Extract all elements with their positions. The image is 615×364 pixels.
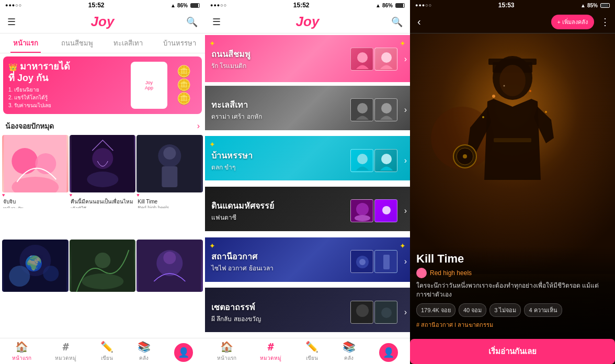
library-icon-1: 📚 — [138, 340, 151, 353]
signal-dots-3: ●●●○○ — [415, 3, 432, 8]
story-title: Kill Time — [416, 252, 609, 266]
cat-drama[interactable]: ทะเลสีเทา ดราม่า เศร้า อกหัก › — [205, 86, 410, 134]
signal-dots: ●●●○○ — [5, 3, 22, 8]
svg-point-41 — [359, 259, 366, 265]
cat-text-comedy: บ้านหรรษา ตลก ขำๆ — [211, 149, 253, 172]
cat-images-fantasy — [350, 199, 397, 222]
nav-profile-2[interactable]: 👤 — [379, 343, 398, 360]
cat-arrow-comedy: › — [404, 156, 407, 165]
svg-rect-9 — [162, 166, 178, 187]
svg-point-31 — [357, 154, 368, 164]
tab-home[interactable]: หน้าแรก — [0, 33, 51, 53]
header-2: ☰ Joy 🔍 — [205, 10, 410, 33]
section-arrow[interactable]: › — [197, 121, 200, 131]
app-title-2: Joy — [296, 14, 320, 30]
tab-fun[interactable]: บ้านหรรษา — [154, 33, 205, 53]
section-title: น้องจอยปักหมุด — [5, 120, 54, 132]
status-bar-1: ●●●○○ 15:52 ▲ 86% — [0, 0, 205, 10]
time-2: 15:52 — [293, 2, 310, 9]
search-icon-1[interactable]: 🔍 — [186, 16, 198, 28]
cat-comedy[interactable]: ✦ บ้านหรรษา ตลก ขำๆ › — [205, 136, 410, 185]
stat-notjom: 3 ไม่จอม — [489, 303, 521, 317]
menu-icon[interactable]: ☰ — [7, 16, 16, 28]
grid-caption-3: Kill Time — [136, 199, 203, 205]
cat-images-drama — [350, 98, 397, 121]
nav-write-1[interactable]: ✏️ เขียน — [100, 340, 113, 362]
tab-gray[interactable]: ทะเลสีเทา — [102, 33, 154, 53]
write-icon-2: ✏️ — [305, 340, 318, 353]
grid-stat-2: ♥ 234,913 — [70, 192, 136, 198]
status-bar-2: ●●●○○ 15:52 ▲ 86% — [205, 0, 410, 10]
nav-category-1[interactable]: # หมวดหมู่ — [55, 340, 76, 362]
nav-library-1[interactable]: 📚 คลัง — [138, 340, 151, 362]
search-icon-2[interactable]: 🔍 — [391, 16, 403, 28]
svg-point-2 — [12, 148, 38, 174]
svg-point-63 — [504, 85, 505, 87]
cat-title-scifi: สถานีอวกาศ — [211, 250, 274, 263]
grid-item-1[interactable]: ♥ 41,812 จับจิบ หญิงจะกัน — [2, 135, 69, 208]
cat-title-ghost: เซตอาถรรพ์ — [211, 301, 261, 314]
svg-point-5 — [92, 148, 113, 169]
svg-point-29 — [381, 103, 392, 113]
nav-home-1[interactable]: 🏠 หน้าแรก — [12, 340, 31, 362]
nav-home-2[interactable]: 🏠 หน้าแรก — [217, 340, 236, 362]
cat-scifi[interactable]: ✦ ✦ สถานีอวกาศ ไซไฟ อวกาศ ย้อนเวลา › — [205, 237, 410, 286]
header-3: ‹ + เพิ่มลงคลัง ⋮ — [410, 10, 615, 33]
tab-pink[interactable]: ถนนสีชมพู — [51, 33, 102, 53]
sparkle-1: ✦ — [209, 39, 215, 48]
panel-categories: ●●●○○ 15:52 ▲ 86% ☰ Joy 🔍 ✦ ✦ ถนนสีชมพู … — [205, 0, 410, 364]
cat-arrow-fantasy: › — [404, 206, 407, 215]
nav-library-2[interactable]: 📚 คลัง — [343, 340, 356, 362]
svg-point-17 — [82, 274, 123, 289]
cat-romance[interactable]: ✦ ✦ ถนนสีชมพู รัก โรแมนติก › — [205, 35, 410, 84]
location-icon-2: ▲ — [375, 3, 381, 8]
cat-sub-comedy: ตลก ขำๆ — [211, 162, 253, 172]
cat-text-drama: ทะเลสีเทา ดราม่า เศร้า อกหัก — [211, 98, 262, 121]
svg-point-14 — [43, 266, 59, 281]
battery-3: 85% — [587, 3, 598, 8]
menu-icon-2[interactable]: ☰ — [212, 16, 221, 28]
grid-item-5[interactable] — [70, 240, 136, 308]
section-header: น้องจอยปักหมุด › — [0, 117, 205, 135]
nav-lib-label-2: คลัง — [344, 354, 354, 362]
svg-point-27 — [357, 103, 368, 113]
cat-sub-romance: รัก โรแมนติก — [211, 61, 250, 71]
svg-point-54 — [499, 65, 526, 96]
grid-caption-2: คืนนี้มีคนนอนเป็นเพื่อนไหม — [70, 199, 136, 205]
read-button[interactable]: เริ่มอ่านกันเลย — [410, 339, 615, 364]
battery-icon-2 — [395, 3, 405, 8]
nav-cat-label-2: หมวดหมู่ — [260, 354, 281, 362]
svg-point-45 — [356, 304, 369, 317]
more-icon-3[interactable]: ⋮ — [600, 16, 610, 28]
promo-steps: 1. เขียนนิยาย 2. แชร์ให้โลกได้รู้ 3. รับ… — [8, 86, 128, 109]
story-author: Red high heels — [416, 268, 609, 278]
grid-item-4[interactable]: 🌍 — [2, 240, 69, 308]
add-to-library-button[interactable]: + เพิ่มลงคลัง — [551, 15, 594, 29]
grid-item-3[interactable]: ♥ 40,036 Kill Time Red high heels — [136, 135, 203, 208]
nav-write-2[interactable]: ✏️ เขียน — [305, 340, 318, 362]
location-icon: ▲ — [170, 3, 176, 8]
library-icon-2: 📚 — [343, 340, 356, 353]
cat-fantasy[interactable]: ดินแดนมหัศจรรย์ แฟนตาซี › — [205, 187, 410, 235]
battery-area-1: ▲ 86% — [170, 3, 200, 8]
promo-banner[interactable]: 👑 มาหารายได้ที่ Joy กัน 1. เขียนนิยาย 2.… — [3, 56, 202, 114]
svg-point-25 — [381, 52, 392, 63]
back-icon-3[interactable]: ‹ — [417, 16, 421, 28]
grid-stat-1: ♥ 41,812 — [2, 192, 69, 198]
status-bar-3: ●●●○○ 15:53 ▲ 85% — [410, 0, 615, 10]
grid-sub-3: Red high heels — [136, 205, 203, 208]
profile-circle-2: 👤 — [379, 343, 398, 362]
grid-item-2[interactable]: ♥ 234,913 คืนนี้มีคนนอนเป็นเพื่อนไหม เต้… — [70, 135, 136, 208]
nav-category-2[interactable]: # หมวดหมู่ — [260, 340, 281, 362]
cat-ghost[interactable]: เซตอาถรรพ์ ผี ลึกลับ สยองขวัญ › — [205, 288, 410, 336]
nav-profile-1[interactable]: 👤 — [174, 343, 193, 360]
author-avatar — [416, 268, 427, 278]
grid-stat-3: ♥ 40,036 — [136, 192, 203, 198]
svg-rect-43 — [383, 255, 390, 269]
battery-icon-1 — [190, 3, 200, 8]
story-description: ใครจะนึกว่าวันหนึ่งพวกเราจะต้องทำทุกอย่า… — [416, 281, 609, 299]
time-1: 15:52 — [88, 2, 105, 9]
grid-item-6[interactable] — [136, 240, 203, 308]
svg-point-21 — [164, 252, 176, 264]
svg-point-38 — [382, 206, 391, 214]
